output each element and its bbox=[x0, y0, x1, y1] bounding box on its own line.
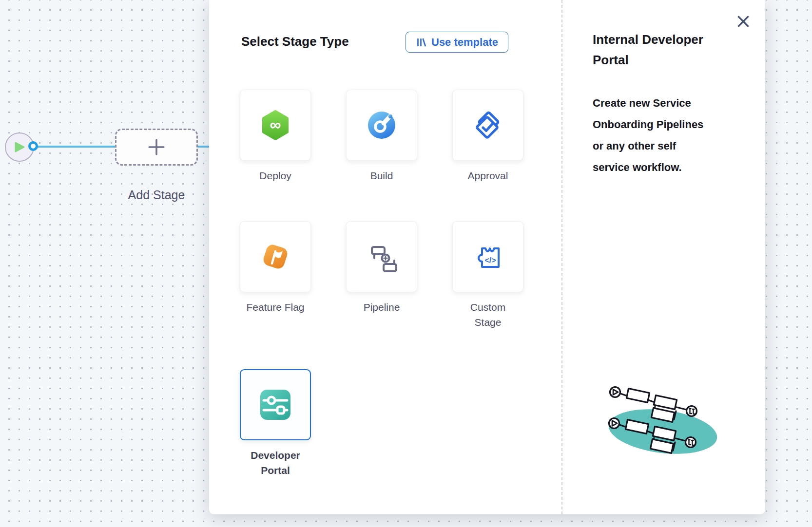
stage-label-selected: Developer Portal bbox=[244, 448, 307, 478]
plus-icon bbox=[147, 138, 166, 156]
deploy-icon: ∞ bbox=[260, 110, 291, 141]
stage-card-developer-portal[interactable] bbox=[240, 369, 311, 440]
svg-text:∞: ∞ bbox=[270, 116, 281, 133]
stage-label: Pipeline bbox=[350, 300, 413, 315]
stage-label: Approval bbox=[456, 168, 520, 183]
add-stage-button[interactable] bbox=[115, 129, 198, 166]
use-template-label: Use template bbox=[431, 36, 498, 49]
template-icon bbox=[416, 37, 426, 48]
modal-title: Select Stage Type bbox=[241, 34, 349, 49]
feature-flag-icon bbox=[260, 241, 291, 272]
stage-card-build[interactable] bbox=[346, 90, 417, 161]
custom-stage-icon: </> bbox=[472, 241, 503, 272]
add-stage-label: Add Stage bbox=[115, 188, 198, 202]
stage-label: Feature Flag bbox=[244, 300, 307, 315]
stage-card-deploy[interactable]: ∞ bbox=[240, 90, 311, 161]
play-icon bbox=[14, 141, 25, 153]
panel-title: Internal Developer Portal bbox=[593, 29, 724, 70]
pipeline-editor-screen: { "canvas": { "add_stage_label": "Add St… bbox=[0, 0, 812, 527]
stage-card-custom-stage[interactable]: </> bbox=[452, 221, 523, 292]
pipeline-connector-line bbox=[198, 146, 210, 148]
stage-card-feature-flag[interactable] bbox=[240, 221, 311, 292]
stage-card-approval[interactable] bbox=[452, 90, 523, 161]
approval-icon bbox=[472, 110, 503, 141]
panel-divider bbox=[561, 0, 562, 514]
stage-label: Deploy bbox=[244, 168, 307, 183]
close-icon bbox=[735, 14, 751, 29]
stage-label: Custom Stage bbox=[456, 300, 520, 330]
stage-card-pipeline[interactable] bbox=[346, 221, 417, 292]
stage-label: Build bbox=[350, 168, 413, 183]
build-icon bbox=[366, 110, 397, 141]
developer-portal-icon bbox=[260, 389, 291, 420]
pipeline-illustration-graphic bbox=[604, 383, 721, 475]
connector-node-icon[interactable] bbox=[28, 141, 38, 151]
close-button[interactable] bbox=[735, 13, 752, 30]
pipeline-icon bbox=[366, 241, 397, 272]
panel-description: Create new Service Onboarding Pipelines … bbox=[593, 93, 715, 178]
use-template-button[interactable]: Use template bbox=[406, 32, 508, 53]
svg-text:</>: </> bbox=[484, 256, 496, 264]
pipelines-illustration bbox=[604, 383, 721, 477]
